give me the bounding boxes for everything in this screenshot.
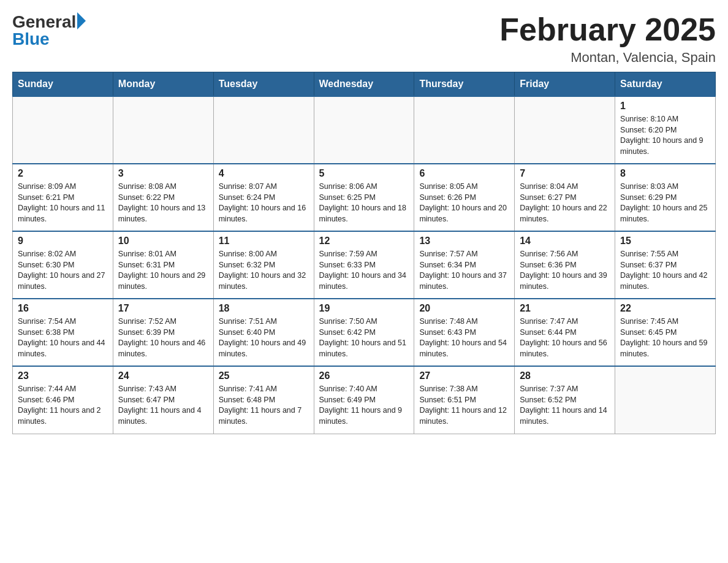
- day-info: Sunrise: 7:38 AMSunset: 6:51 PMDaylight:…: [419, 384, 509, 427]
- weekday-header-friday: Friday: [515, 72, 615, 97]
- day-info: Sunrise: 8:02 AMSunset: 6:30 PMDaylight:…: [18, 249, 108, 292]
- day-info: Sunrise: 7:56 AMSunset: 6:36 PMDaylight:…: [520, 249, 610, 292]
- day-number: 11: [219, 236, 309, 247]
- logo-blue-text: Blue: [12, 29, 50, 49]
- day-info: Sunrise: 7:41 AMSunset: 6:48 PMDaylight:…: [219, 384, 309, 427]
- page-header: General Blue February 2025 Montan, Valen…: [12, 12, 716, 66]
- day-number: 18: [219, 303, 309, 314]
- day-info: Sunrise: 8:03 AMSunset: 6:29 PMDaylight:…: [620, 182, 710, 224]
- calendar-cell: 10Sunrise: 8:01 AMSunset: 6:31 PMDayligh…: [113, 231, 213, 299]
- calendar-cell: 24Sunrise: 7:43 AMSunset: 6:47 PMDayligh…: [113, 366, 213, 434]
- day-info: Sunrise: 7:57 AMSunset: 6:34 PMDaylight:…: [419, 249, 509, 292]
- day-info: Sunrise: 8:01 AMSunset: 6:31 PMDaylight:…: [118, 249, 208, 292]
- day-number: 12: [319, 236, 409, 247]
- calendar-cell: 25Sunrise: 7:41 AMSunset: 6:48 PMDayligh…: [213, 366, 314, 434]
- weekday-header-thursday: Thursday: [414, 72, 515, 97]
- day-info: Sunrise: 7:48 AMSunset: 6:43 PMDaylight:…: [419, 316, 509, 359]
- day-info: Sunrise: 8:06 AMSunset: 6:25 PMDaylight:…: [319, 182, 409, 224]
- day-info: Sunrise: 7:45 AMSunset: 6:45 PMDaylight:…: [620, 316, 710, 359]
- day-info: Sunrise: 7:43 AMSunset: 6:47 PMDaylight:…: [118, 384, 208, 427]
- calendar-table: SundayMondayTuesdayWednesdayThursdayFrid…: [12, 72, 716, 434]
- calendar-cell: 13Sunrise: 7:57 AMSunset: 6:34 PMDayligh…: [414, 231, 515, 299]
- day-number: 7: [520, 168, 610, 179]
- day-number: 28: [520, 370, 610, 381]
- calendar-cell: 7Sunrise: 8:04 AMSunset: 6:27 PMDaylight…: [515, 164, 615, 231]
- day-number: 23: [18, 370, 108, 381]
- week-row-5: 23Sunrise: 7:44 AMSunset: 6:46 PMDayligh…: [13, 366, 716, 434]
- calendar-cell: 15Sunrise: 7:55 AMSunset: 6:37 PMDayligh…: [615, 231, 716, 299]
- calendar-cell: [213, 96, 314, 164]
- calendar-cell: 20Sunrise: 7:48 AMSunset: 6:43 PMDayligh…: [414, 299, 515, 366]
- day-info: Sunrise: 8:07 AMSunset: 6:24 PMDaylight:…: [219, 182, 309, 224]
- week-row-1: 1Sunrise: 8:10 AMSunset: 6:20 PMDaylight…: [13, 96, 716, 164]
- calendar-cell: 3Sunrise: 8:08 AMSunset: 6:22 PMDaylight…: [113, 164, 213, 231]
- calendar-cell: 9Sunrise: 8:02 AMSunset: 6:30 PMDaylight…: [13, 231, 113, 299]
- calendar-cell: 17Sunrise: 7:52 AMSunset: 6:39 PMDayligh…: [113, 299, 213, 366]
- day-info: Sunrise: 8:04 AMSunset: 6:27 PMDaylight:…: [520, 182, 610, 224]
- day-number: 6: [419, 168, 509, 179]
- day-info: Sunrise: 8:08 AMSunset: 6:22 PMDaylight:…: [118, 182, 208, 224]
- location-text: Montan, Valencia, Spain: [499, 50, 716, 66]
- day-number: 17: [118, 303, 208, 314]
- calendar-cell: [113, 96, 213, 164]
- calendar-cell: 5Sunrise: 8:06 AMSunset: 6:25 PMDaylight…: [314, 164, 414, 231]
- day-number: 8: [620, 168, 710, 179]
- day-number: 26: [319, 370, 409, 381]
- calendar-cell: 18Sunrise: 7:51 AMSunset: 6:40 PMDayligh…: [213, 299, 314, 366]
- day-number: 2: [18, 168, 108, 179]
- calendar-cell: 2Sunrise: 8:09 AMSunset: 6:21 PMDaylight…: [13, 164, 113, 231]
- calendar-cell: 11Sunrise: 8:00 AMSunset: 6:32 PMDayligh…: [213, 231, 314, 299]
- logo: General Blue: [12, 12, 86, 49]
- day-info: Sunrise: 8:05 AMSunset: 6:26 PMDaylight:…: [419, 182, 509, 224]
- day-info: Sunrise: 7:50 AMSunset: 6:42 PMDaylight:…: [319, 316, 409, 359]
- calendar-cell: 19Sunrise: 7:50 AMSunset: 6:42 PMDayligh…: [314, 299, 414, 366]
- day-number: 24: [118, 370, 208, 381]
- day-info: Sunrise: 7:51 AMSunset: 6:40 PMDaylight:…: [219, 316, 309, 359]
- calendar-cell: 23Sunrise: 7:44 AMSunset: 6:46 PMDayligh…: [13, 366, 113, 434]
- weekday-header-monday: Monday: [113, 72, 213, 97]
- calendar-cell: 6Sunrise: 8:05 AMSunset: 6:26 PMDaylight…: [414, 164, 515, 231]
- day-number: 5: [319, 168, 409, 179]
- day-info: Sunrise: 7:37 AMSunset: 6:52 PMDaylight:…: [520, 384, 610, 427]
- day-info: Sunrise: 7:54 AMSunset: 6:38 PMDaylight:…: [18, 316, 108, 359]
- day-number: 20: [419, 303, 509, 314]
- week-row-3: 9Sunrise: 8:02 AMSunset: 6:30 PMDaylight…: [13, 231, 716, 299]
- calendar-cell: [314, 96, 414, 164]
- title-area: February 2025 Montan, Valencia, Spain: [499, 12, 716, 66]
- calendar-cell: 16Sunrise: 7:54 AMSunset: 6:38 PMDayligh…: [13, 299, 113, 366]
- calendar-cell: 4Sunrise: 8:07 AMSunset: 6:24 PMDaylight…: [213, 164, 314, 231]
- day-info: Sunrise: 7:44 AMSunset: 6:46 PMDaylight:…: [18, 384, 108, 427]
- day-info: Sunrise: 8:09 AMSunset: 6:21 PMDaylight:…: [18, 182, 108, 224]
- calendar-cell: 26Sunrise: 7:40 AMSunset: 6:49 PMDayligh…: [314, 366, 414, 434]
- day-number: 15: [620, 236, 710, 247]
- day-number: 3: [118, 168, 208, 179]
- calendar-cell: 1Sunrise: 8:10 AMSunset: 6:20 PMDaylight…: [615, 96, 716, 164]
- day-number: 22: [620, 303, 710, 314]
- calendar-cell: 28Sunrise: 7:37 AMSunset: 6:52 PMDayligh…: [515, 366, 615, 434]
- day-number: 9: [18, 236, 108, 247]
- calendar-cell: 27Sunrise: 7:38 AMSunset: 6:51 PMDayligh…: [414, 366, 515, 434]
- weekday-header-sunday: Sunday: [13, 72, 113, 97]
- weekday-header-wednesday: Wednesday: [314, 72, 414, 97]
- calendar-cell: [414, 96, 515, 164]
- day-number: 14: [520, 236, 610, 247]
- day-number: 1: [620, 101, 710, 112]
- day-info: Sunrise: 7:52 AMSunset: 6:39 PMDaylight:…: [118, 316, 208, 359]
- week-row-2: 2Sunrise: 8:09 AMSunset: 6:21 PMDaylight…: [13, 164, 716, 231]
- calendar-cell: [515, 96, 615, 164]
- weekday-header-row: SundayMondayTuesdayWednesdayThursdayFrid…: [13, 72, 716, 97]
- day-info: Sunrise: 7:55 AMSunset: 6:37 PMDaylight:…: [620, 249, 710, 292]
- day-info: Sunrise: 7:40 AMSunset: 6:49 PMDaylight:…: [319, 384, 409, 427]
- day-info: Sunrise: 8:10 AMSunset: 6:20 PMDaylight:…: [620, 114, 710, 157]
- day-number: 21: [520, 303, 610, 314]
- calendar-cell: 12Sunrise: 7:59 AMSunset: 6:33 PMDayligh…: [314, 231, 414, 299]
- day-number: 13: [419, 236, 509, 247]
- day-number: 25: [219, 370, 309, 381]
- week-row-4: 16Sunrise: 7:54 AMSunset: 6:38 PMDayligh…: [13, 299, 716, 366]
- day-info: Sunrise: 7:59 AMSunset: 6:33 PMDaylight:…: [319, 249, 409, 292]
- calendar-cell: 22Sunrise: 7:45 AMSunset: 6:45 PMDayligh…: [615, 299, 716, 366]
- day-info: Sunrise: 8:00 AMSunset: 6:32 PMDaylight:…: [219, 249, 309, 292]
- month-title: February 2025: [499, 12, 716, 47]
- day-number: 19: [319, 303, 409, 314]
- day-number: 27: [419, 370, 509, 381]
